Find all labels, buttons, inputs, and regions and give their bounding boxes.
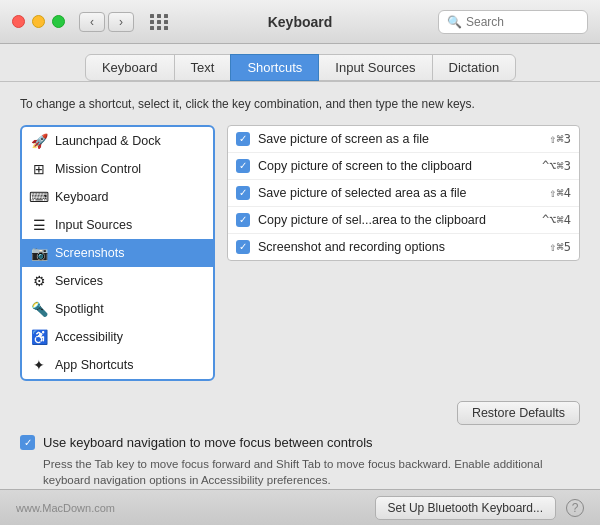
- shortcut-checkbox-0[interactable]: ✓: [236, 132, 250, 146]
- shortcut-keys-4: ⇧⌘5: [549, 240, 571, 254]
- tab-dictation[interactable]: Dictation: [432, 54, 517, 81]
- spotlight-icon: 🔦: [30, 300, 48, 318]
- shortcut-row[interactable]: ✓ Copy picture of sel...area to the clip…: [228, 207, 579, 234]
- shortcut-checkbox-4[interactable]: ✓: [236, 240, 250, 254]
- panels: 🚀 Launchpad & Dock ⊞ Mission Control ⌨ K…: [20, 125, 580, 381]
- window-title: Keyboard: [268, 14, 333, 30]
- nav-checkbox-row: ✓ Use keyboard navigation to move focus …: [20, 435, 580, 450]
- sidebar-item-keyboard[interactable]: ⌨ Keyboard: [22, 183, 213, 211]
- input-sources-icon: ☰: [30, 216, 48, 234]
- nav-checkbox-label: Use keyboard navigation to move focus be…: [43, 435, 373, 450]
- shortcut-label-3: Copy picture of sel...area to the clipbo…: [258, 213, 534, 227]
- mission-control-icon: ⊞: [30, 160, 48, 178]
- traffic-lights: [12, 15, 65, 28]
- tab-text[interactable]: Text: [174, 54, 232, 81]
- shortcut-row[interactable]: ✓ Copy picture of screen to the clipboar…: [228, 153, 579, 180]
- help-icon[interactable]: ?: [566, 499, 584, 517]
- grid-menu-button[interactable]: [146, 12, 172, 32]
- titlebar: ‹ › Keyboard 🔍: [0, 0, 600, 44]
- right-panel: ✓ Save picture of screen as a file ⇧⌘3 ✓…: [227, 125, 580, 381]
- shortcut-keys-3: ^⌥⌘4: [542, 213, 571, 227]
- shortcut-row[interactable]: ✓ Save picture of selected area as a fil…: [228, 180, 579, 207]
- shortcut-checkbox-1[interactable]: ✓: [236, 159, 250, 173]
- minimize-button[interactable]: [32, 15, 45, 28]
- sidebar-item-spotlight[interactable]: 🔦 Spotlight: [22, 295, 213, 323]
- sidebar-item-label: Keyboard: [55, 190, 109, 204]
- shortcut-label-2: Save picture of selected area as a file: [258, 186, 541, 200]
- bluetooth-keyboard-button[interactable]: Set Up Bluetooth Keyboard...: [375, 496, 556, 520]
- restore-defaults-row: Restore Defaults: [0, 395, 600, 425]
- sidebar-item-label: Mission Control: [55, 162, 141, 176]
- sidebar-item-label: Screenshots: [55, 246, 124, 260]
- search-icon: 🔍: [447, 15, 462, 29]
- sidebar-item-label: Services: [55, 274, 103, 288]
- sidebar-item-services[interactable]: ⚙ Services: [22, 267, 213, 295]
- tabs-bar: Keyboard Text Shortcuts Input Sources Di…: [0, 44, 600, 82]
- close-button[interactable]: [12, 15, 25, 28]
- shortcuts-table: ✓ Save picture of screen as a file ⇧⌘3 ✓…: [227, 125, 580, 261]
- shortcut-row[interactable]: ✓ Screenshot and recording options ⇧⌘5: [228, 234, 579, 260]
- screenshots-icon: 📷: [30, 244, 48, 262]
- nav-buttons: ‹ ›: [79, 12, 134, 32]
- services-icon: ⚙: [30, 272, 48, 290]
- shortcut-label-1: Copy picture of screen to the clipboard: [258, 159, 534, 173]
- accessibility-icon: ♿: [30, 328, 48, 346]
- sidebar-item-label: Input Sources: [55, 218, 132, 232]
- instruction-text: To change a shortcut, select it, click t…: [20, 96, 580, 113]
- shortcut-label-0: Save picture of screen as a file: [258, 132, 541, 146]
- sidebar-item-screenshots[interactable]: 📷 Screenshots: [22, 239, 213, 267]
- sidebar-item-accessibility[interactable]: ♿ Accessibility: [22, 323, 213, 351]
- nav-checkbox[interactable]: ✓: [20, 435, 35, 450]
- sidebar-item-label: App Shortcuts: [55, 358, 134, 372]
- app-shortcuts-icon: ✦: [30, 356, 48, 374]
- shortcut-checkbox-3[interactable]: ✓: [236, 213, 250, 227]
- grid-icon: [150, 14, 169, 30]
- watermark: www.MacDown.com: [16, 502, 115, 514]
- shortcut-keys-2: ⇧⌘4: [549, 186, 571, 200]
- shortcut-row[interactable]: ✓ Save picture of screen as a file ⇧⌘3: [228, 126, 579, 153]
- shortcut-keys-0: ⇧⌘3: [549, 132, 571, 146]
- sidebar-item-label: Launchpad & Dock: [55, 134, 161, 148]
- forward-button[interactable]: ›: [108, 12, 134, 32]
- tab-input-sources[interactable]: Input Sources: [318, 54, 432, 81]
- nav-description: Press the Tab key to move focus forward …: [43, 456, 580, 488]
- sidebar-item-launchpad[interactable]: 🚀 Launchpad & Dock: [22, 127, 213, 155]
- shortcut-label-4: Screenshot and recording options: [258, 240, 541, 254]
- sidebar-item-mission-control[interactable]: ⊞ Mission Control: [22, 155, 213, 183]
- back-button[interactable]: ‹: [79, 12, 105, 32]
- shortcut-checkbox-2[interactable]: ✓: [236, 186, 250, 200]
- sidebar-item-label: Accessibility: [55, 330, 123, 344]
- shortcut-keys-1: ^⌥⌘3: [542, 159, 571, 173]
- left-panel: 🚀 Launchpad & Dock ⊞ Mission Control ⌨ K…: [20, 125, 215, 381]
- main-content: To change a shortcut, select it, click t…: [0, 82, 600, 395]
- footer: www.MacDown.com Set Up Bluetooth Keyboar…: [0, 489, 600, 525]
- search-input[interactable]: [466, 15, 579, 29]
- keyboard-icon: ⌨: [30, 188, 48, 206]
- tab-keyboard[interactable]: Keyboard: [85, 54, 175, 81]
- tab-shortcuts[interactable]: Shortcuts: [230, 54, 319, 81]
- restore-defaults-button[interactable]: Restore Defaults: [457, 401, 580, 425]
- search-box[interactable]: 🔍: [438, 10, 588, 34]
- sidebar-item-input-sources[interactable]: ☰ Input Sources: [22, 211, 213, 239]
- maximize-button[interactable]: [52, 15, 65, 28]
- sidebar-item-label: Spotlight: [55, 302, 104, 316]
- sidebar-item-app-shortcuts[interactable]: ✦ App Shortcuts: [22, 351, 213, 379]
- launchpad-icon: 🚀: [30, 132, 48, 150]
- footer-right: Set Up Bluetooth Keyboard... ?: [375, 496, 584, 520]
